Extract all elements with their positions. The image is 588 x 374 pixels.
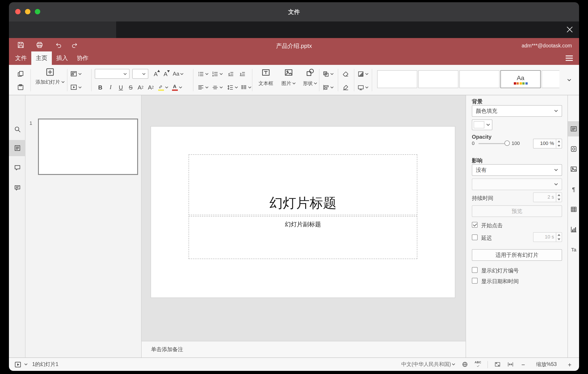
paragraph-settings-icon[interactable]: ¶ <box>568 182 579 197</box>
add-slide-button[interactable]: 添加幻灯片 <box>35 67 65 93</box>
tab-file[interactable]: 文件 <box>11 51 31 65</box>
theme-thumbnail[interactable] <box>377 70 417 88</box>
background-label: 背景 <box>472 98 483 106</box>
notes-placeholder: 单击添加备注 <box>151 341 183 357</box>
theme-thumbnail-selected[interactable]: Aa <box>500 70 541 88</box>
close-icon[interactable] <box>566 25 574 33</box>
opacity-max-label: 100 <box>512 141 520 146</box>
background-color-swatch[interactable] <box>472 120 492 130</box>
fit-to-width-icon[interactable] <box>507 361 514 368</box>
copy-icon[interactable] <box>15 69 26 79</box>
transition-variant-select <box>472 178 562 190</box>
language-selector[interactable]: 中文(中华人民共和国) <box>401 361 455 368</box>
bold-button[interactable]: B <box>96 82 105 92</box>
tab-home[interactable]: 主页 <box>31 51 52 65</box>
horizontal-align-button[interactable] <box>197 82 209 92</box>
bullet-list-button[interactable] <box>197 69 209 79</box>
search-icon[interactable] <box>9 121 25 137</box>
theme-thumbnail[interactable] <box>418 70 458 88</box>
start-on-click-checkbox[interactable] <box>472 222 478 228</box>
background-fill-select[interactable]: 颜色填充 <box>472 105 562 117</box>
italic-button[interactable]: I <box>106 82 115 92</box>
decrease-indent-button[interactable] <box>226 69 235 79</box>
insert-image-button[interactable]: 图片 <box>279 68 298 93</box>
insert-shape-button[interactable]: 形状 <box>300 68 320 93</box>
font-name-combo[interactable] <box>95 69 130 79</box>
theme-palette <box>514 82 527 84</box>
comments-icon[interactable] <box>9 160 25 176</box>
increase-font-button[interactable]: A <box>151 69 160 79</box>
strikethrough-button[interactable]: S <box>126 82 135 92</box>
apply-to-all-slides-button[interactable]: 适用于所有幻灯片 <box>472 249 562 261</box>
slide-layout-button[interactable] <box>70 69 82 79</box>
superscript-button[interactable]: A2 <box>136 82 145 92</box>
chart-settings-icon[interactable] <box>568 222 579 237</box>
chat-icon[interactable] <box>9 180 25 196</box>
slide-size-button[interactable] <box>357 82 369 92</box>
spin-down-icon[interactable] <box>556 143 562 148</box>
clear-style-button[interactable] <box>340 69 350 79</box>
transition-effect-select[interactable]: 没有 <box>472 164 562 176</box>
change-case-button[interactable]: Aa <box>171 69 186 79</box>
color-scheme-button[interactable] <box>357 69 369 79</box>
textbox-label: 文本框 <box>259 80 273 87</box>
theme-thumbnail[interactable] <box>459 70 500 88</box>
underline-button[interactable]: U <box>116 82 126 92</box>
spellcheck-icon[interactable]: ABC <box>475 361 481 368</box>
increase-indent-button[interactable] <box>238 69 247 79</box>
main-area: 1 幻灯片标题 幻灯片副标题 单击添加备注 背景 <box>9 95 579 357</box>
line-spacing-button[interactable] <box>226 82 239 92</box>
text-art-settings-icon[interactable]: Ta <box>568 242 579 257</box>
delay-checkbox[interactable] <box>472 234 478 240</box>
slide-settings-icon[interactable] <box>568 121 579 136</box>
start-slideshow-status-icon[interactable] <box>14 361 21 368</box>
font-color-button[interactable]: A <box>171 82 183 92</box>
hamburger-menu-icon[interactable] <box>566 55 573 61</box>
zoom-level-label: 缩放%53 <box>536 361 557 368</box>
vertical-align-button[interactable] <box>211 82 223 92</box>
set-language-icon[interactable] <box>462 361 469 368</box>
slide-canvas[interactable]: 幻灯片标题 幻灯片副标题 <box>151 127 455 297</box>
subscript-button[interactable]: A2 <box>146 82 156 92</box>
subtitle-placeholder[interactable]: 幻灯片副标题 <box>189 216 417 259</box>
slide-thumbnail-1[interactable] <box>38 119 138 175</box>
spin-up-icon[interactable] <box>556 139 562 143</box>
opacity-slider-track[interactable] <box>479 143 507 144</box>
table-settings-icon[interactable] <box>568 202 579 217</box>
statusbar-divider <box>487 361 488 368</box>
highlight-color-button[interactable] <box>157 82 169 92</box>
numbered-list-button[interactable] <box>211 69 223 79</box>
shape-settings-icon[interactable] <box>568 141 579 157</box>
show-slide-number-checkbox[interactable] <box>472 267 478 273</box>
font-size-combo[interactable] <box>132 69 148 79</box>
start-on-click-label: 开始点击 <box>481 222 503 230</box>
opacity-slider-knob[interactable] <box>504 141 510 146</box>
fit-to-slide-icon[interactable] <box>494 361 501 368</box>
paste-icon[interactable] <box>15 82 26 92</box>
opacity-label: Opacity <box>472 134 492 140</box>
slide-editor: 幻灯片标题 幻灯片副标题 单击添加备注 <box>142 95 466 357</box>
opacity-value-spinner[interactable]: 100 % <box>533 139 562 149</box>
screen: 文件 产品介绍.pptx adm***@dootask.com 文件 主页 插入… <box>0 0 588 374</box>
zoom-out-button[interactable]: − <box>520 361 526 368</box>
insert-textbox-button[interactable]: 文本框 <box>256 68 276 93</box>
theme-gallery: Aa <box>377 70 559 88</box>
decrease-font-button[interactable]: A <box>161 69 170 79</box>
zoom-in-button[interactable]: + <box>567 361 573 368</box>
copy-style-button[interactable] <box>340 82 350 92</box>
delay-label: 延迟 <box>481 234 492 242</box>
start-slideshow-button[interactable] <box>70 82 82 92</box>
theme-gallery-expand-icon[interactable] <box>564 76 573 85</box>
show-date-time-checkbox[interactable] <box>472 278 478 284</box>
align-shapes-button[interactable] <box>322 82 334 92</box>
image-settings-icon[interactable] <box>568 162 579 177</box>
slides-panel-icon[interactable] <box>9 140 25 156</box>
tab-collaboration[interactable]: 协作 <box>72 51 93 65</box>
arrange-shapes-button[interactable] <box>322 69 334 79</box>
editor-header: 产品介绍.pptx adm***@dootask.com 文件 主页 插入 协作 <box>9 38 579 65</box>
tab-insert[interactable]: 插入 <box>52 51 72 65</box>
columns-button[interactable] <box>240 82 252 92</box>
title-placeholder[interactable]: 幻灯片标题 <box>189 154 417 215</box>
notes-area[interactable]: 单击添加备注 <box>142 341 466 357</box>
theme-thumbnail[interactable] <box>542 70 559 88</box>
